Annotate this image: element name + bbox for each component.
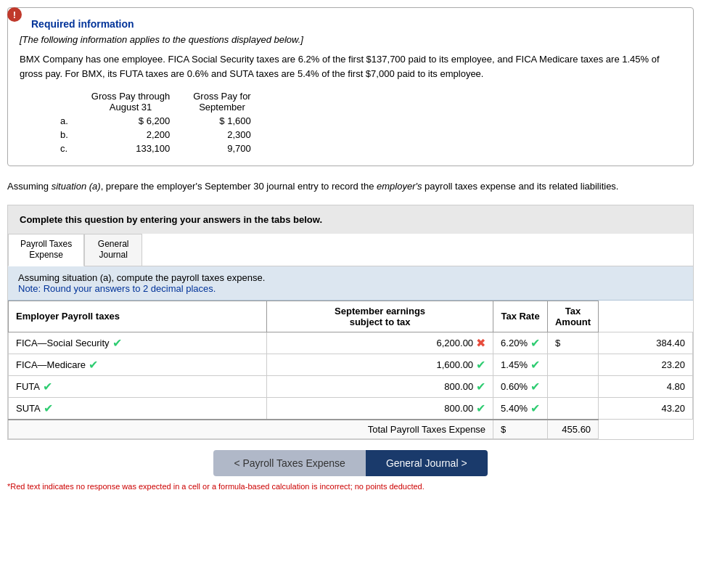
rate-cell: 5.40% ✔	[493, 397, 548, 420]
rate-cell: 6.20% ✔	[493, 332, 548, 354]
dollar-cell: $	[547, 332, 598, 354]
tab-instruction: Assuming situation (a), compute the payr…	[8, 266, 693, 301]
total-row: Total Payroll Taxes Expense $ 455.60	[9, 420, 693, 439]
prev-button[interactable]: < Payroll Taxes Expense	[213, 450, 365, 476]
info-icon: !	[7, 7, 22, 22]
earnings-cell: 1,600.00 ✔	[267, 354, 493, 375]
earnings-cell: 800.00 ✔	[267, 375, 493, 397]
label-cell: FUTA ✔	[9, 375, 267, 397]
amount-cell: 4.80	[599, 375, 693, 397]
rate-cell: 0.60% ✔	[493, 375, 548, 397]
label-cell: SUTA ✔	[9, 397, 267, 420]
col-employer: Employer Payroll taxes	[9, 301, 267, 332]
complete-box: Complete this question by entering your …	[7, 205, 694, 234]
label-cell: FICA—Social Security ✔	[9, 332, 267, 354]
tab-payroll-taxes[interactable]: Payroll Taxes Expense	[8, 234, 84, 266]
footnote: *Red text indicates no response was expe…	[7, 482, 694, 491]
dollar-cell	[547, 375, 598, 397]
required-title: Required information	[31, 18, 681, 30]
total-label: Total Payroll Taxes Expense	[9, 420, 493, 439]
col1-header: Gross Pay through August 31	[91, 91, 170, 113]
col-rate: Tax Rate	[493, 301, 548, 332]
amount-cell: 384.40	[599, 332, 693, 354]
instruction-note: Note: Round your answers to 2 decimal pl…	[18, 283, 683, 294]
earnings-cell: 6,200.00 ✖	[267, 332, 493, 354]
dollar-cell	[547, 354, 598, 375]
amount-cell: 43.20	[599, 397, 693, 420]
col-earnings: September earningssubject to tax	[267, 301, 493, 332]
gross-pay-table: Gross Pay through August 31 Gross Pay fo…	[49, 89, 263, 155]
italic-note: [The following information applies to th…	[20, 34, 681, 45]
payroll-table: Employer Payroll taxes September earning…	[8, 301, 693, 439]
total-dollar: $	[493, 420, 548, 439]
question-text: Assuming situation (a), prepare the empl…	[7, 179, 694, 195]
tab-content: Assuming situation (a), compute the payr…	[8, 266, 693, 439]
col2-header: Gross Pay for September	[193, 91, 250, 113]
rate-cell: 1.45% ✔	[493, 354, 548, 375]
amount-cell: 23.20	[599, 354, 693, 375]
list-item: b.2,2002,300	[49, 128, 263, 142]
table-row: SUTA ✔ 800.00 ✔ 5.40% ✔ 43.20	[9, 397, 693, 420]
instruction-line1: Assuming situation (a), compute the payr…	[18, 272, 683, 283]
col-amount: Tax Amount	[547, 301, 598, 332]
list-item: a.$ 6,200$ 1,600	[49, 114, 263, 128]
table-row: FICA—Medicare ✔ 1,600.00 ✔ 1.45% ✔ 23.20	[9, 354, 693, 375]
nav-buttons: < Payroll Taxes Expense General Journal …	[7, 450, 694, 476]
total-amount: 455.60	[547, 420, 598, 439]
list-item: c.133,1009,700	[49, 142, 263, 155]
dollar-cell	[547, 397, 598, 420]
earnings-cell: 800.00 ✔	[267, 397, 493, 420]
tab-general-journal[interactable]: General Journal	[84, 234, 142, 266]
label-cell: FICA—Medicare ✔	[9, 354, 267, 375]
tabs-container: Payroll Taxes Expense General Journal As…	[7, 234, 694, 440]
info-box: ! Required information [The following in…	[7, 7, 694, 166]
table-row: FICA—Social Security ✔ 6,200.00 ✖ 6.20% …	[9, 332, 693, 354]
next-button[interactable]: General Journal >	[366, 450, 488, 476]
table-row: FUTA ✔ 800.00 ✔ 0.60% ✔ 4.80	[9, 375, 693, 397]
tabs-row: Payroll Taxes Expense General Journal	[8, 234, 693, 266]
description: BMX Company has one employee. FICA Socia…	[20, 52, 681, 81]
